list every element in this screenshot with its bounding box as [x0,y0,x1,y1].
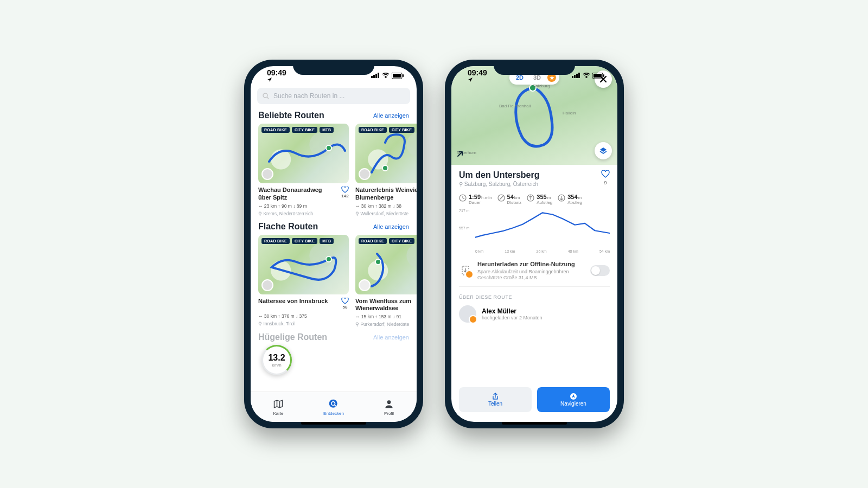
route-card[interactable]: ROAD BIKECITY BIKEMTB Nattersee von Inns… [258,235,349,328]
show-all-hilly[interactable]: Alle anzeigen [373,334,409,341]
action-buttons: Teilen Navigieren [451,382,617,422]
route-detail-title: Um den Untersberg [459,170,539,180]
share-button[interactable]: Teilen [459,387,532,412]
battery-icon [392,73,404,79]
route-title: Nattersee von Innsbruck [258,298,328,304]
author-name: Alex Müller [482,307,542,315]
favorite-button[interactable]: 9 [601,170,610,185]
favorite-button[interactable]: 142 [341,187,349,199]
signal-icon [371,73,380,78]
route-meta: ↔ 30 km ↑ 382 m ↓ 38 [355,203,417,209]
svg-rect-1 [373,75,375,78]
svg-rect-20 [578,73,580,78]
tag-city-bike: CITY BIKE [389,238,414,244]
offline-toggle[interactable] [590,265,610,276]
clock-icon [459,194,467,202]
status-time: 09:49 [468,68,487,77]
route-meta: ↔ 30 km ↑ 376 m ↓ 375 [258,313,349,319]
author-avatar [359,279,371,291]
tab-map[interactable]: Karte [251,392,306,422]
section-title-popular: Beliebte Routen [258,111,324,120]
svg-rect-17 [572,76,573,78]
home-indicator[interactable] [301,422,366,425]
popular-row[interactable]: ROAD BIKECITY BIKEMTB Wachau Donauradweg… [251,124,417,220]
expand-icon [457,149,465,157]
section-title-hilly: Hügelige Routen [258,332,327,342]
svg-point-10 [382,165,388,171]
wifi-icon [583,73,590,78]
author-sub: hochgeladen vor 2 Monaten [482,315,542,320]
navigate-button[interactable]: Navigieren [537,387,610,412]
route-card[interactable]: ROAD BIKECITY BIKE Vom Wienfluss zum Wie… [355,235,417,328]
elevation-line [475,209,610,246]
elevation-chart[interactable]: 717 m 557 m 0 km 13 km 26 km 40 km 54 km [459,207,610,253]
tag-road-bike: ROAD BIKE [261,238,290,244]
svg-point-12 [375,259,381,265]
route-meta: ↔ 23 km ↑ 90 m ↓ 89 m [258,203,349,209]
show-all-flat[interactable]: Alle anzeigen [373,223,409,230]
battery-icon [592,73,604,79]
author-avatar [459,305,476,323]
speed-unit: km/h [272,363,281,368]
tab-profile[interactable]: Profil [361,392,417,422]
favorite-button[interactable]: 56 [341,298,349,310]
tag-mtb: MTB [320,238,334,244]
route-meta: ↔ 15 km ↑ 153 m ↓ 91 [355,314,417,319]
profile-icon [384,399,394,409]
tag-city-bike: CITY BIKE [292,127,317,133]
status-time: 09:49 [267,68,286,77]
section-popular-head: Beliebte Routen Alle anzeigen [251,108,417,124]
flat-row[interactable]: ROAD BIKECITY BIKEMTB Nattersee von Inns… [251,235,417,331]
author-avatar [359,168,371,180]
map-label: Hallein [563,111,576,115]
speed-badge[interactable]: 13.2 km/h [261,345,292,375]
svg-point-13 [329,399,337,407]
svg-point-11 [326,256,331,262]
offline-title: Herunterladen zur Offline-Nutzung [477,261,585,268]
offline-download-row: Herunterladen zur Offline-Nutzung Spare … [459,255,610,287]
route-title: Naturerlebnis Weinviertel Blumenberge [355,187,417,201]
signal-icon [572,73,580,78]
route-location: Purkersdorf, Niederöste [355,322,417,327]
phone-route-detail: 09:49 Salzburg Hallein Bad Reichenhall M… [445,60,624,428]
tab-bar: Karte Entdecken Profil [251,391,417,422]
map-label: Bad Reichenhall [499,104,531,108]
tag-road-bike: ROAD BIKE [261,127,290,133]
search-icon [328,399,339,409]
layers-icon [599,146,608,155]
tag-mtb: MTB [320,127,334,133]
svg-point-16 [387,400,391,404]
share-icon [492,393,499,400]
svg-rect-5 [393,74,401,78]
svg-point-7 [263,93,267,98]
route-card[interactable]: ROAD BIKECITY BIKEMTB Wachau Donauradweg… [258,124,349,216]
layers-button[interactable] [595,142,612,159]
download-icon [459,264,472,277]
section-flat-head: Flache Routen Alle anzeigen [251,220,417,235]
tab-discover[interactable]: Entdecken [306,392,361,422]
ascent-icon [527,194,534,202]
author-row[interactable]: Alex Müller hochgeladen vor 2 Monaten [459,305,610,323]
map-icon [273,399,284,409]
expand-button[interactable] [457,149,465,159]
about-heading: ÜBER DIESE ROUTE [459,294,610,300]
tag-city-bike: CITY BIKE [292,238,317,244]
home-indicator[interactable] [502,422,567,425]
svg-rect-22 [593,74,602,78]
section-title-flat: Flache Routen [258,222,318,232]
phone-discover: 09:49 Suche nach Routen in ... Beliebte … [244,60,423,428]
route-card[interactable]: ROAD BIKECITY BIKE Naturerlebnis Weinvie… [355,124,417,216]
route-detail-location: Salzburg, Salzburg, Österreich [459,181,539,187]
search-placeholder: Suche nach Routen in ... [273,92,344,100]
search-input[interactable]: Suche nach Routen in ... [257,88,410,104]
show-all-popular[interactable]: Alle anzeigen [373,112,409,119]
route-stats: 1:59h:minDauer 54kmDistanz 355mAufstieg … [459,194,610,206]
wifi-icon [382,73,390,78]
distance-icon [497,194,505,202]
route-location: Krems, Niederösterreich [258,211,349,216]
author-avatar [261,279,273,291]
svg-rect-6 [403,74,404,77]
offline-subtitle: Spare Akkulaufzeit und Roaminggebühren G… [477,269,585,281]
tag-road-bike: ROAD BIKE [359,127,387,133]
route-location: Innsbruck, Tirol [258,321,349,326]
